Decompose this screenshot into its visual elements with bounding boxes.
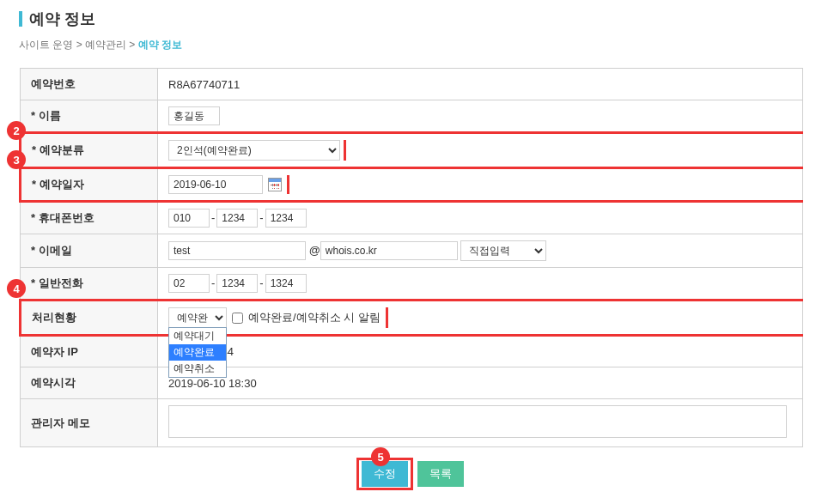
status-notify-label: 예약완료/예약취소 시 알림 bbox=[248, 310, 381, 325]
label-name: 이름 bbox=[21, 100, 158, 133]
row-status: 처리현황 예약완료 예약완료/예약취소 시 알림 예약대기 예약완료 예약취소 bbox=[21, 301, 803, 336]
row-mobile: 휴대폰번호 -- bbox=[21, 202, 803, 234]
breadcrumb: 사이트 운영 > 예약관리 > 예약 정보 bbox=[19, 38, 803, 52]
status-option-waiting[interactable]: 예약대기 bbox=[169, 328, 226, 344]
row-email: 이메일 @ 직접입력 bbox=[21, 234, 803, 268]
annotation-badge-4: 4 bbox=[7, 279, 26, 298]
annotation-badge-3: 3 bbox=[7, 150, 26, 169]
row-ip: 예약자 IP 1.212.71.144 bbox=[21, 336, 803, 367]
status-select[interactable]: 예약완료 bbox=[168, 307, 227, 328]
status-option-cancel[interactable]: 예약취소 bbox=[169, 361, 226, 377]
row-booking-no: 예약번호 R8A67740711 bbox=[21, 69, 803, 100]
date-field[interactable] bbox=[168, 175, 263, 194]
email-domain-select[interactable]: 직접입력 bbox=[460, 240, 546, 261]
status-dropdown-list: 예약대기 예약완료 예약취소 bbox=[168, 327, 227, 378]
label-category: 예약분류 bbox=[21, 133, 158, 168]
mobile-field-1[interactable] bbox=[168, 209, 210, 228]
reservation-form-table: 예약번호 R8A67740711 이름 예약분류 2인석(예약완료) 예약 bbox=[19, 68, 803, 447]
phone-field-1[interactable] bbox=[168, 274, 210, 293]
status-option-complete[interactable]: 예약완료 bbox=[169, 344, 226, 361]
title-bar-icon bbox=[19, 11, 22, 27]
value-time: 2019-06-10 18:30 bbox=[158, 367, 803, 399]
breadcrumb-current[interactable]: 예약 정보 bbox=[138, 39, 182, 51]
name-field[interactable] bbox=[168, 106, 220, 125]
annotation-badge-2: 2 bbox=[7, 121, 26, 140]
label-time: 예약시각 bbox=[21, 367, 158, 399]
breadcrumb-item: 예약관리 bbox=[85, 39, 126, 51]
page-title-text: 예약 정보 bbox=[29, 9, 95, 29]
label-email: 이메일 bbox=[21, 234, 158, 268]
label-status: 처리현황 bbox=[21, 301, 158, 336]
list-button[interactable]: 목록 bbox=[417, 461, 464, 487]
breadcrumb-item: 사이트 운영 bbox=[19, 39, 73, 51]
label-memo: 관리자 메모 bbox=[21, 399, 158, 447]
memo-field[interactable] bbox=[168, 405, 787, 438]
button-row: 5 수정 목록 bbox=[19, 458, 803, 490]
row-date: 예약일자 bbox=[21, 168, 803, 202]
category-select[interactable]: 2인석(예약완료) bbox=[168, 140, 340, 161]
calendar-icon[interactable] bbox=[268, 178, 282, 191]
label-date: 예약일자 bbox=[21, 168, 158, 202]
phone-field-2[interactable] bbox=[216, 274, 258, 293]
row-phone: 일반전화 -- bbox=[21, 268, 803, 301]
page-title: 예약 정보 bbox=[19, 9, 803, 29]
value-booking-no: R8A67740711 bbox=[158, 69, 803, 100]
email-local-field[interactable] bbox=[168, 241, 306, 260]
row-memo: 관리자 메모 bbox=[21, 399, 803, 447]
email-at: @ bbox=[309, 244, 320, 257]
label-mobile: 휴대폰번호 bbox=[21, 202, 158, 234]
label-ip: 예약자 IP bbox=[21, 336, 158, 367]
phone-field-3[interactable] bbox=[265, 274, 307, 293]
status-notify-checkbox[interactable] bbox=[232, 313, 243, 324]
row-category: 예약분류 2인석(예약완료) bbox=[21, 133, 803, 168]
email-domain-field[interactable] bbox=[320, 241, 458, 260]
row-name: 이름 bbox=[21, 100, 803, 133]
value-ip: 1.212.71.144 bbox=[158, 336, 803, 367]
label-booking-no: 예약번호 bbox=[21, 69, 158, 100]
annotation-badge-5: 5 bbox=[371, 447, 390, 466]
mobile-field-3[interactable] bbox=[265, 209, 307, 228]
label-phone: 일반전화 bbox=[21, 268, 158, 301]
row-time: 예약시각 2019-06-10 18:30 bbox=[21, 367, 803, 399]
mobile-field-2[interactable] bbox=[216, 209, 258, 228]
